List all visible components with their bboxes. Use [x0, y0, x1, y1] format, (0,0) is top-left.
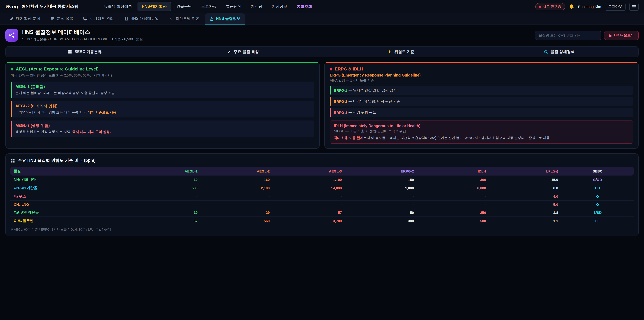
table-row[interactable]: C₇H₈ 톨루엔675603,7003005001.1FE [10, 217, 634, 225]
table-footnote: ※ AEGL: 60분 기준 / ERPG: 1시간 노출 / IDLH: 30… [10, 227, 634, 232]
red-dot-icon [330, 68, 332, 70]
db-download-button[interactable]: DB 다운로드 [604, 31, 639, 40]
chart-icon [169, 17, 173, 21]
subtab-label: 분석 목록 [57, 16, 73, 21]
value-cell: G [562, 192, 634, 200]
table-row[interactable]: CH₄ LNG-----5.0G [10, 200, 634, 208]
page-subtitle: SEBC 거동분류 · CHRIS/CAMEO DB · AEGL/ERPG/I… [22, 37, 143, 42]
nav-item-1[interactable]: HNS·대기확산 [137, 2, 171, 12]
erpg-panel-title: ERPG & IDLH [335, 67, 363, 72]
value-cell: 1,000 [345, 184, 417, 192]
erpg-level-3: ERPG-3 — 생명 위협 농도 [330, 108, 633, 117]
column-header: ERPG-2 [345, 167, 417, 176]
column-header: AEGL-1 [129, 167, 201, 176]
aegl-level-2: AEGL-2 (비가역적 영향)비가역적·장기적 건강 영향 또는 대피 능력 … [11, 101, 314, 117]
book-icon [124, 17, 128, 21]
aegl-level-name: AEGL-3 (생명 위협) [16, 123, 310, 128]
value-cell: G [562, 200, 634, 208]
main-nav: 유출유 확산예측HNS·대기확산긴급구난보고자료항공탐색게시판기상정보통합조회 [100, 2, 316, 12]
erpg-levels: ERPG-1 — 일시적 건강 영향, 냄새 감지ERPG-2 — 비가역적 영… [330, 86, 633, 117]
subtab-3[interactable]: HNS 대응매뉴얼 [120, 14, 163, 25]
idlh-description: 최대 허용 노출 한계로서 이 농도를 초과하면 자급식 호흡장치(SCBA) … [334, 135, 629, 140]
subtab-0[interactable]: 대기확산 분석 [5, 14, 44, 25]
pencil-icon [227, 50, 231, 54]
table-row[interactable]: C₂H₅OH 에탄올192957502501.8S/SD [10, 208, 634, 217]
application-root: Wing 해양환경 위기대응 통합시스템 유출유 확산예측HNS·대기확산긴급구… [0, 0, 644, 320]
nav-item-7[interactable]: 통합조회 [293, 2, 316, 11]
substance-name: NH₃ 암모니아 [10, 176, 129, 184]
logo: Wing [5, 4, 18, 10]
nav-item-6[interactable]: 기상정보 [268, 2, 291, 11]
column-header: AEGL-3 [273, 167, 345, 176]
aegl-panel: AEGL (Acute Exposure Guideline Level) 미국… [5, 62, 320, 149]
value-cell: 30 [129, 176, 201, 184]
value-cell: 6.0 [489, 184, 562, 192]
molecule-icon [5, 29, 18, 42]
aegl-level-1: AEGL-1 (불쾌감)눈에 띄는 불쾌감, 자극 또는 비감각적 증상. 노출… [11, 82, 314, 98]
value-cell: FE [562, 217, 634, 225]
value-cell: 560 [201, 217, 273, 225]
subtab-2[interactable]: 시나리오 관리 [79, 14, 118, 25]
value-cell: 50 [345, 208, 417, 217]
section-tab-bar: SEBC 거동분류주요 물질 특성위험도 기준물질 상세검색 [5, 46, 639, 57]
value-cell: ED [562, 184, 634, 192]
hazard-table: 물질AEGL-1AEGL-2AEGL-3ERPG-2IDLHLFL(%)SEBC… [10, 167, 634, 225]
substance-name: C₇H₈ 톨루엔 [10, 217, 129, 225]
incident-status-badge[interactable]: 사고 진행중 [535, 3, 565, 10]
notification-bell-icon[interactable] [569, 4, 574, 10]
subtab-label: HNS 대응매뉴얼 [130, 16, 159, 21]
section-tab-1[interactable]: 주요 물질 특성 [164, 47, 322, 57]
value-cell: - [417, 200, 489, 208]
page-header-text: HNS 물질정보 데이터베이스 SEBC 거동분류 · CHRIS/CAMEO … [22, 29, 143, 42]
value-cell: - [417, 192, 489, 200]
db-download-label: DB 다운로드 [614, 33, 634, 38]
subtab-1[interactable]: 분석 목록 [46, 14, 78, 25]
aegl-panel-subtitle: 미국 EPA — 일반인 급성 노출 기준 (10분, 30분, 60분, 4시… [11, 73, 314, 78]
pencil-icon [10, 17, 14, 21]
substance-name: CH₄ LNG [10, 200, 129, 208]
value-cell: 5.0 [489, 200, 562, 208]
monitor-icon [83, 17, 88, 21]
subtab-5[interactable]: HNS 물질정보 [205, 14, 245, 25]
app-title: 해양환경 위기대응 통합시스템 [22, 4, 78, 10]
section-tab-3[interactable]: 물질 상세검색 [480, 47, 638, 57]
table-row[interactable]: CH₃OH 메탄올5302,10014,0001,0006,0006.0ED [10, 184, 634, 192]
user-name: Eunjeong Kim [578, 5, 601, 9]
erpg-heading: ERPG (Emergency Response Planning Guidel… [330, 73, 633, 77]
section-tab-0[interactable]: SEBC 거동분류 [6, 47, 164, 57]
nav-item-4[interactable]: 항공탐색 [222, 2, 246, 11]
substance-name: C₂H₅OH 에탄올 [10, 208, 129, 217]
value-cell: - [345, 200, 417, 208]
nav-item-2[interactable]: 긴급구난 [172, 2, 196, 11]
idlh-box: IDLH (Immediately Dangerous to Life or H… [330, 121, 633, 144]
value-cell: 6,000 [417, 184, 489, 192]
value-cell: 300 [345, 217, 417, 225]
subtab-label: 대기확산 분석 [16, 16, 40, 21]
logout-button[interactable]: 로그아웃 [605, 3, 626, 11]
nav-item-0[interactable]: 유출유 확산예측 [100, 2, 136, 11]
nav-item-3[interactable]: 보고자료 [197, 2, 221, 11]
brand[interactable]: Wing 해양환경 위기대응 통합시스템 [5, 4, 78, 10]
value-cell: 530 [129, 184, 201, 192]
section-tab-label: 주요 물질 특성 [234, 49, 259, 54]
subtab-label: HNS 물질정보 [216, 16, 241, 21]
table-row[interactable]: H₂ 수소-----4.0G [10, 192, 634, 200]
column-header: 물질 [10, 167, 129, 176]
table-row[interactable]: NH₃ 암모니아301601,10015030015.0G/GD [10, 176, 634, 184]
nav-right: 사고 진행중 Eunjeong Kim 로그아웃 [535, 3, 639, 11]
idlh-description-rest: 로서 이 농도를 초과하면 자급식 호흡장치(SCBA) 없이는 진입 불가. … [364, 136, 551, 140]
hamburger-menu-button[interactable] [629, 3, 639, 11]
column-header: AEGL-2 [201, 167, 273, 176]
aegl-level-3: AEGL-3 (생명 위협)생명을 위협하는 건강 영향 또는 사망. 즉시 대… [11, 121, 314, 137]
search-input[interactable] [535, 31, 602, 40]
value-cell: 500 [417, 217, 489, 225]
aegl-level-desc: 눈에 띄는 불쾌감, 자극 또는 비감각적 증상. 노출 중단 시 증상 소멸. [16, 91, 310, 95]
nav-item-5[interactable]: 게시판 [247, 2, 266, 11]
subtab-label: 시나리오 관리 [90, 16, 114, 21]
value-cell: 250 [417, 208, 489, 217]
value-cell: - [129, 200, 201, 208]
value-cell: G/GD [562, 176, 634, 184]
page-header-actions: DB 다운로드 [535, 31, 639, 40]
section-tab-2[interactable]: 위험도 기준 [322, 47, 480, 57]
subtab-4[interactable]: 확산모델 이론 [164, 14, 204, 25]
